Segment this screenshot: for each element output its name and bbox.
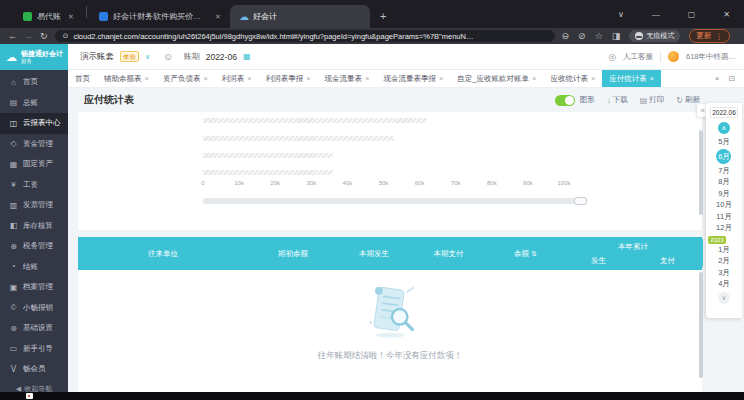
month-item[interactable]: 1月 — [718, 244, 730, 256]
sidebar-item-fixed-assets[interactable]: ▦固定资产 — [0, 154, 68, 175]
current-period[interactable]: 2022.06 — [710, 107, 738, 118]
sidebar-item-home[interactable]: ⌂首页 — [0, 72, 68, 93]
sidebar-item-inventory[interactable]: ◧库存核算 — [0, 216, 68, 237]
chart-datazoom-thumb[interactable] — [574, 197, 587, 205]
close-button[interactable]: ✕ — [709, 0, 744, 28]
month-item[interactable]: 3月 — [718, 267, 730, 279]
tab-close-icon[interactable]: × — [306, 74, 310, 83]
sidebar-item-invoice[interactable]: ▥发票管理 — [0, 195, 68, 216]
month-item[interactable]: 10月 — [716, 199, 732, 211]
sidebar-item-archives[interactable]: ▣档案管理 — [0, 277, 68, 298]
period-value[interactable]: 2022-06 — [206, 52, 237, 62]
table-column-header: 本期发生 — [338, 237, 410, 270]
eye-off-icon[interactable]: ⊘ — [578, 31, 586, 41]
scroll-down-button[interactable]: ∨ — [718, 292, 730, 304]
month-item[interactable]: 2月 — [718, 255, 730, 267]
tab-close-icon[interactable]: × — [203, 74, 207, 83]
scroll-up-button[interactable]: ∧ — [718, 122, 730, 134]
fullscreen-icon[interactable]: ⊡ — [728, 74, 735, 83]
back-icon[interactable]: ← — [8, 32, 17, 41]
account-settings-icon[interactable]: ⊙ — [164, 52, 172, 62]
content-scrollbar-thumb[interactable] — [699, 130, 703, 215]
axis-tick-label: 80k — [487, 180, 497, 186]
chart-toggle[interactable] — [555, 95, 575, 106]
month-item[interactable]: 6月 — [716, 149, 731, 164]
tab-close-icon[interactable]: ✕ — [215, 13, 221, 21]
maximize-button[interactable]: ▢ — [674, 0, 710, 28]
tab-close-icon[interactable]: × — [145, 74, 149, 83]
account-set-name[interactable]: 演示账套 — [80, 51, 114, 63]
promo-mascot-icon[interactable] — [668, 51, 679, 62]
month-item[interactable]: 11月 — [716, 211, 731, 223]
chart-bar — [203, 170, 333, 175]
side-panel-icon[interactable]: ◨ — [612, 31, 621, 41]
forward-icon[interactable]: → — [24, 32, 33, 41]
sidebar-item-report-center[interactable]: ◫云报表中心 — [0, 113, 68, 134]
browser-tab[interactable]: ☁好会计 — [230, 5, 370, 28]
print-button[interactable]: ▤ 打印 — [640, 95, 665, 105]
tab-close-icon[interactable]: × — [439, 74, 443, 83]
tab-close-icon[interactable]: × — [365, 74, 369, 83]
sidebar-item-label: 畅会员 — [23, 364, 46, 374]
report-tab[interactable]: 现金流量表× — [318, 70, 377, 87]
sidebar-item-payroll[interactable]: ¥工资 — [0, 175, 68, 196]
month-item[interactable]: 4月 — [718, 278, 730, 290]
sidebar-item-expense[interactable]: ©小畅报销 — [0, 298, 68, 319]
promo-text[interactable]: 618年中特惠… — [686, 52, 736, 62]
tab-close-icon[interactable]: × — [650, 74, 654, 83]
bookmark-icon[interactable]: ☆ — [595, 31, 603, 41]
new-tab-button[interactable]: + — [380, 10, 386, 22]
panel-scrollbar-thumb[interactable] — [699, 272, 703, 378]
tab-close-icon[interactable]: × — [532, 74, 536, 83]
month-item[interactable]: 8月 — [718, 176, 730, 188]
minimize-button[interactable]: — — [638, 0, 674, 28]
refresh-button[interactable]: ↻ 刷新 — [676, 95, 700, 105]
report-tab[interactable]: 利润表× — [215, 70, 259, 87]
menu-dots-icon[interactable]: ⋮ — [715, 32, 723, 41]
month-item[interactable]: 7月 — [718, 165, 730, 177]
lock-icon[interactable]: ⊙ — [63, 32, 69, 40]
sort-icon[interactable]: ⇅ — [531, 250, 537, 258]
download-button[interactable]: ↓ 下载 — [607, 95, 628, 105]
report-tab[interactable]: 首页 — [68, 70, 97, 87]
address-bar[interactable]: ⊙ cloud2.chanjet.com/accounting/uh26t264… — [55, 30, 555, 42]
account-dropdown-icon[interactable]: ∨ — [145, 53, 150, 61]
month-item[interactable]: 12月 — [716, 222, 732, 234]
tab-search-icon[interactable]: ∨ — [604, 0, 638, 28]
scrollbar-accent[interactable] — [699, 238, 703, 268]
report-tab[interactable]: 自定_应收账款对账单× — [450, 70, 543, 87]
browser-tab[interactable]: 好会计财务软件购买价格页✕ — [90, 5, 230, 28]
support-icon[interactable]: ◎ — [608, 52, 616, 62]
report-tab[interactable]: 辅助余额表× — [97, 70, 156, 87]
zoom-out-icon[interactable]: ⊖ — [562, 31, 570, 41]
calendar-icon[interactable]: ▦ — [243, 52, 251, 61]
close-all-tabs-icon[interactable]: × — [715, 74, 720, 83]
sidebar-item-settings[interactable]: ⊛基础设置 — [0, 318, 68, 339]
tab-close-icon[interactable]: × — [247, 74, 251, 83]
month-item[interactable]: 5月 — [718, 136, 730, 148]
sidebar-item-closing[interactable]: ◔结账 — [0, 257, 68, 278]
table-column-header[interactable]: 余额⇅ — [487, 237, 564, 270]
sidebar-item-label: 总账 — [23, 98, 38, 108]
support-label[interactable]: 人工客服 — [623, 52, 653, 62]
tab-close-icon[interactable]: ✕ — [68, 13, 74, 21]
sidebar-item-funds[interactable]: ◇资金管理 — [0, 134, 68, 155]
tab-close-icon[interactable]: × — [591, 74, 595, 83]
month-item[interactable]: 9月 — [718, 188, 730, 200]
report-tab[interactable]: 资产负债表× — [156, 70, 215, 87]
report-tab[interactable]: 现金流量表季报× — [376, 70, 450, 87]
report-tab[interactable]: 应收统计表× — [543, 70, 602, 87]
taskbar-app-icon[interactable] — [26, 393, 33, 399]
url-text[interactable]: cloud2.chanjet.com/accounting/uh26t264j5… — [73, 32, 473, 41]
chart-datazoom-track[interactable] — [203, 198, 586, 204]
sidebar-item-guide[interactable]: ▭新手引导 — [0, 339, 68, 360]
sidebar-item-membership[interactable]: Ⅴ畅会员 — [0, 359, 68, 380]
reload-icon[interactable]: ↻ — [40, 32, 48, 41]
sidebar-item-ledger[interactable]: ▤总账 — [0, 93, 68, 114]
browser-tab[interactable]: 易代账✕ — [14, 5, 83, 28]
report-tab[interactable]: 应付统计表× — [602, 70, 661, 87]
sidebar-item-tax[interactable]: ⊕税务管理 — [0, 236, 68, 257]
browser-update-button[interactable]: 更新 ⋮ — [689, 29, 730, 43]
table-column-header: 本期支付 — [410, 237, 487, 270]
report-tab[interactable]: 利润表季报× — [259, 70, 318, 87]
